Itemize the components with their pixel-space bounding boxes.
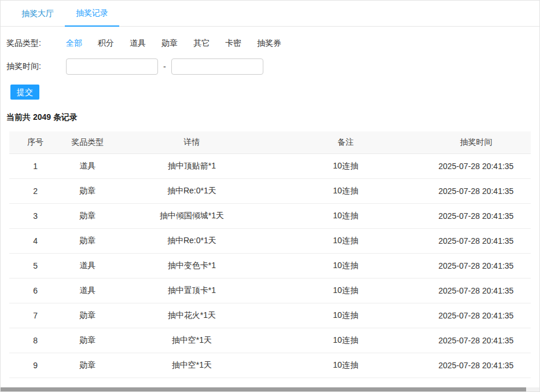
prize-type-filter-row: 奖品类型: 全部积分道具勋章其它卡密抽奖券 xyxy=(6,38,534,49)
header-index: 序号 xyxy=(9,131,61,153)
table-row: 9勋章抽中空*1天10连抽2025-07-28 20:41:35 xyxy=(9,353,531,378)
table-cell: 10连抽 xyxy=(270,353,421,378)
time-to-input[interactable] xyxy=(171,58,263,75)
table-cell: 1 xyxy=(9,153,61,178)
table-cell: 2025-07-28 20:41:35 xyxy=(421,153,531,178)
table-cell: 5 xyxy=(9,253,61,278)
table-cell: 8 xyxy=(9,328,61,353)
header-prize-type: 奖品类型 xyxy=(61,131,113,153)
table-cell: 9 xyxy=(9,353,61,378)
table-cell: 2025-07-28 20:41:35 xyxy=(421,353,531,378)
header-detail: 详情 xyxy=(113,131,270,153)
time-label: 抽奖时间: xyxy=(6,61,66,72)
prize-type-option[interactable]: 勋章 xyxy=(161,38,178,49)
time-from-input[interactable] xyxy=(66,58,158,75)
time-filter-row: 抽奖时间: - xyxy=(6,58,534,75)
prize-type-option[interactable]: 全部 xyxy=(66,38,82,49)
table-cell: 勋章 xyxy=(61,303,113,328)
record-count-summary: 当前共 2049 条记录 xyxy=(1,100,539,123)
table-cell: 10连抽 xyxy=(270,178,421,203)
table-cell: 勋章 xyxy=(61,228,113,253)
table-cell: 10连抽 xyxy=(270,278,421,303)
table-cell: 抽中顶贴箭*1 xyxy=(113,153,270,178)
table-cell: 抽中空*1天 xyxy=(113,328,270,353)
table-cell: 10连抽 xyxy=(270,303,421,328)
table-cell: 2025-07-28 20:41:35 xyxy=(421,228,531,253)
table-cell: 勋章 xyxy=(61,353,113,378)
prize-type-option[interactable]: 道具 xyxy=(130,38,146,49)
table-row: 8勋章抽中空*1天10连抽2025-07-28 20:41:35 xyxy=(9,328,531,353)
header-time: 抽奖时间 xyxy=(421,131,531,153)
table-cell: 勋章 xyxy=(61,328,113,353)
table-cell: 抽中置顶卡*1 xyxy=(113,278,270,303)
table-cell: 10连抽 xyxy=(270,253,421,278)
table-body: 1道具抽中顶贴箭*110连抽2025-07-28 20:41:352勋章抽中Re… xyxy=(9,153,531,378)
table-cell: 勋章 xyxy=(61,203,113,228)
table-cell: 6 xyxy=(9,278,61,303)
filters-section: 奖品类型: 全部积分道具勋章其它卡密抽奖券 抽奖时间: - xyxy=(1,27,539,75)
table-cell: 抽中Re:0*1天 xyxy=(113,178,270,203)
table-cell: 2025-07-28 20:41:35 xyxy=(421,178,531,203)
table-cell: 道具 xyxy=(61,278,113,303)
table-row: 3勋章抽中倾国倾城*1天10连抽2025-07-28 20:41:35 xyxy=(9,203,531,228)
horizontal-scrollbar[interactable] xyxy=(1,387,539,391)
time-range-separator: - xyxy=(163,62,166,71)
table-cell: 10连抽 xyxy=(270,328,421,353)
table-cell: 抽中变色卡*1 xyxy=(113,253,270,278)
tab-lottery-hall[interactable]: 抽奖大厅 xyxy=(10,1,65,26)
submit-button[interactable]: 提交 xyxy=(10,85,39,100)
tab-bar: 抽奖大厅 抽奖记录 xyxy=(1,1,539,27)
table-cell: 道具 xyxy=(61,153,113,178)
table-row: 6道具抽中置顶卡*110连抽2025-07-28 20:41:35 xyxy=(9,278,531,303)
table-row: 2勋章抽中Re:0*1天10连抽2025-07-28 20:41:35 xyxy=(9,178,531,203)
table-cell: 道具 xyxy=(61,253,113,278)
table-cell: 勋章 xyxy=(61,178,113,203)
table-cell: 10连抽 xyxy=(270,203,421,228)
prize-type-options: 全部积分道具勋章其它卡密抽奖券 xyxy=(66,38,297,49)
tab-lottery-records[interactable]: 抽奖记录 xyxy=(65,1,119,27)
records-table-wrap: 序号 奖品类型 详情 备注 抽奖时间 1道具抽中顶贴箭*110连抽2025-07… xyxy=(9,131,531,378)
lottery-records-page: 抽奖大厅 抽奖记录 奖品类型: 全部积分道具勋章其它卡密抽奖券 抽奖时间: - … xyxy=(0,0,540,392)
header-note: 备注 xyxy=(270,131,421,153)
table-cell: 10连抽 xyxy=(270,153,421,178)
table-cell: 2025-07-28 20:41:35 xyxy=(421,203,531,228)
prize-type-option[interactable]: 卡密 xyxy=(225,38,241,49)
table-cell: 3 xyxy=(9,203,61,228)
table-row: 5道具抽中变色卡*110连抽2025-07-28 20:41:35 xyxy=(9,253,531,278)
table-cell: 2025-07-28 20:41:35 xyxy=(421,253,531,278)
prize-type-option[interactable]: 其它 xyxy=(193,38,210,49)
table-cell: 2025-07-28 20:41:35 xyxy=(421,303,531,328)
table-cell: 7 xyxy=(9,303,61,328)
records-table: 序号 奖品类型 详情 备注 抽奖时间 1道具抽中顶贴箭*110连抽2025-07… xyxy=(9,131,531,378)
table-row: 1道具抽中顶贴箭*110连抽2025-07-28 20:41:35 xyxy=(9,153,531,178)
horizontal-scrollbar-thumb[interactable] xyxy=(1,387,526,391)
table-cell: 2025-07-28 20:41:35 xyxy=(421,328,531,353)
table-cell: 抽中Re:0*1天 xyxy=(113,228,270,253)
table-row: 7勋章抽中花火*1天10连抽2025-07-28 20:41:35 xyxy=(9,303,531,328)
table-row: 4勋章抽中Re:0*1天10连抽2025-07-28 20:41:35 xyxy=(9,228,531,253)
table-cell: 抽中倾国倾城*1天 xyxy=(113,203,270,228)
prize-type-label: 奖品类型: xyxy=(6,38,66,49)
table-cell: 2025-07-28 20:41:35 xyxy=(421,278,531,303)
table-cell: 抽中花火*1天 xyxy=(113,303,270,328)
table-cell: 10连抽 xyxy=(270,228,421,253)
prize-type-option[interactable]: 积分 xyxy=(98,38,114,49)
table-cell: 抽中空*1天 xyxy=(113,353,270,378)
table-cell: 4 xyxy=(9,228,61,253)
table-cell: 2 xyxy=(9,178,61,203)
table-header: 序号 奖品类型 详情 备注 抽奖时间 xyxy=(9,131,531,153)
prize-type-option[interactable]: 抽奖券 xyxy=(257,38,281,49)
